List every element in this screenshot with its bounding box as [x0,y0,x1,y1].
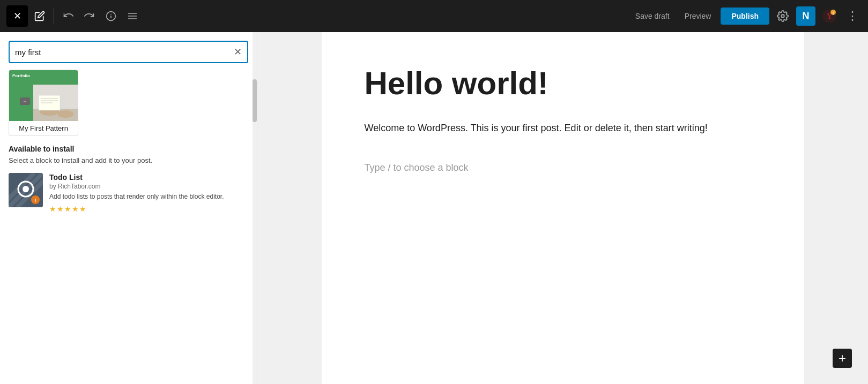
main-layout: ✕ Portfolio [0,32,868,384]
publish-button[interactable]: Publish [721,7,769,25]
plugin-description: Add todo lists to posts that render only… [49,192,248,201]
save-draft-button[interactable]: Save draft [630,9,675,24]
more-options-button[interactable]: ⋮ [843,6,862,26]
close-icon: ✕ [13,11,21,21]
post-body[interactable]: Welcome to WordPress. This is your first… [365,120,761,137]
scrollbar-thumb[interactable] [253,79,257,122]
pattern-card[interactable]: Portfolio [9,70,78,136]
undo-button[interactable] [58,7,78,25]
toolbar: ✕ Save draft Preview Publish N Y [0,0,868,32]
info-icon [106,11,116,21]
editor-area[interactable]: Hello world! Welcome to WordPress. This … [257,32,868,384]
plugin-info: Todo List by RichTabor.com Add todo list… [49,173,248,213]
svg-text:!: ! [35,198,36,203]
menu-icon [127,11,138,21]
pattern-thumb-image [33,85,78,121]
settings-button[interactable] [774,7,792,25]
pattern-thumb-arrow: → [20,97,30,105]
plugin-author: by RichTabor.com [49,183,248,190]
plugin-item[interactable]: ! Todo List by RichTabor.com Add todo li… [9,173,248,213]
available-section: Available to install Select a block to i… [9,145,248,213]
info-button[interactable] [101,7,121,25]
block-placeholder[interactable]: Type / to choose a block [365,158,761,178]
toolbar-right: Save draft Preview Publish N Y ! ⋮ [630,6,862,26]
svg-text:!: ! [833,11,834,16]
search-bar: ✕ [9,41,248,63]
available-desc: Select a block to install and add it to … [9,156,248,164]
svg-point-14 [57,110,73,118]
available-title: Available to install [9,145,248,153]
close-button[interactable]: ✕ [6,5,28,27]
toolbar-separator [54,9,54,24]
more-icon: ⋮ [847,9,858,23]
svg-point-6 [781,14,784,18]
edit-icon [34,11,45,21]
menu-button[interactable] [123,7,142,25]
close-icon: ✕ [234,46,242,58]
add-block-button[interactable]: + [833,349,852,368]
pattern-thumb-label: Portfolio [12,73,30,78]
yoast-icon[interactable]: Y ! [820,6,839,26]
plus-icon: + [839,351,846,366]
svg-point-24 [23,186,29,192]
pattern-name: My First Pattern [9,121,78,135]
redo-icon [84,11,95,21]
preview-button[interactable]: Preview [679,9,717,24]
plugin-thumb-svg: ! [9,173,43,207]
pattern-thumbnail: Portfolio [9,70,78,121]
n-logo[interactable]: N [796,6,815,26]
sidebar-content: Portfolio [0,70,257,384]
search-input[interactable] [15,48,229,57]
toolbar-left: ✕ [6,5,142,27]
editor-content: Hello world! Welcome to WordPress. This … [322,32,804,384]
plugin-name: Todo List [49,173,248,182]
scrollbar-track[interactable] [253,32,257,384]
undo-icon [63,11,73,21]
plugin-stars: ★★★★★ [49,205,248,213]
redo-button[interactable] [80,7,99,25]
post-title[interactable]: Hello world! [365,64,761,103]
sidebar: ✕ Portfolio [0,32,257,384]
gear-icon [777,10,789,22]
edit-button[interactable] [30,7,49,25]
plugin-thumbnail: ! [9,173,43,207]
search-clear-button[interactable]: ✕ [234,46,242,58]
